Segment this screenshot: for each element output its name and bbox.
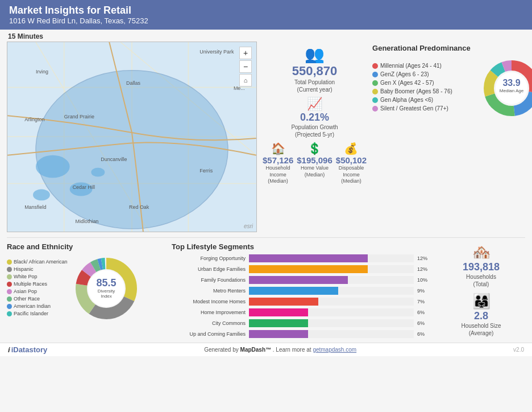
home-value-box: 💲 $195,096 Home Value(Median) xyxy=(297,142,332,185)
household-size-box: 👨‍👩‍👧 2.8 Household Size(Average) xyxy=(437,292,525,337)
generational-legend: Millennial (Ages 24 - 41) GenZ (Ages 6 -… xyxy=(372,63,475,114)
gen-legend-item-3: Baby Boomer (Ages 58 - 76) xyxy=(372,88,475,94)
mapdash-link[interactable]: getmapdash.com xyxy=(313,347,356,353)
svg-point-12 xyxy=(33,189,50,200)
svg-text:Midlothian: Midlothian xyxy=(76,219,99,224)
generational-donut: 33.9 Median Age xyxy=(480,57,532,120)
bar-label-2: Family Foundations xyxy=(172,277,246,283)
gen-donut-svg: 33.9 Median Age xyxy=(480,57,532,120)
generational-panel: Generational Predominance Millennial (Ag… xyxy=(372,42,532,235)
svg-point-13 xyxy=(91,168,105,177)
race-legend-item-6: American Indian xyxy=(7,303,68,309)
bar-row-5: Home Improvement 6% xyxy=(172,308,431,316)
race-legend: Black/ African American Hispanic White P… xyxy=(7,259,68,318)
learn-more-text: . Learn more at xyxy=(273,347,311,353)
svg-text:Mansfield: Mansfield xyxy=(24,204,46,210)
map-container[interactable]: University Park Irving Dallas Me... Arli… xyxy=(7,42,257,232)
version-label: v2.0 xyxy=(513,347,524,353)
generational-title: Generational Predominance xyxy=(372,44,532,52)
population-icon: 👥 xyxy=(305,45,325,64)
drive-time-label: 15 Minutes xyxy=(0,30,532,42)
address: 1016 W Red Bird Ln, Dallas, Texas, 75232 xyxy=(9,17,523,25)
lifestyle-title: Top Lifestyle Segments xyxy=(172,242,431,251)
households-box: 🏘️ 193,818 Households(Total) xyxy=(437,244,525,288)
bar-label-1: Urban Edge Families xyxy=(172,266,246,272)
households-label: Households(Total) xyxy=(466,273,496,288)
race-panel-title: Race and Ethnicity xyxy=(7,242,166,251)
bar-chart: Forging Opportunity 12% Urban Edge Famil… xyxy=(172,254,431,338)
gen-legend-item-2: Gen X (Ages 42 - 57) xyxy=(372,80,475,86)
pop-growth-label: Population Growth(Projected 5-yr) xyxy=(291,123,338,138)
bar-pct-6: 6% xyxy=(417,320,431,326)
race-legend-item-7: Pacific Islander xyxy=(7,311,68,316)
bar-label-7: Up and Coming Families xyxy=(172,331,246,337)
bar-pct-4: 7% xyxy=(417,299,431,304)
disposable-icon: 💰 xyxy=(344,142,358,155)
pop-growth-box: 📈 0.21% Population Growth(Projected 5-yr… xyxy=(263,97,367,138)
total-population-label: Total Population(Current year) xyxy=(294,79,335,93)
household-income-label: Household Income(Median) xyxy=(263,165,293,185)
household-income-box: 🏠 $57,126 Household Income(Median) xyxy=(263,142,293,185)
svg-text:Diversity: Diversity xyxy=(97,289,115,294)
map-controls: + − ⌂ xyxy=(239,47,252,86)
disposable-income-box: 💰 $50,102 Disposable Income(Median) xyxy=(336,142,367,185)
gen-legend-item-1: GenZ (Ages 6 - 23) xyxy=(372,71,475,77)
diversity-donut-svg: 85.5 Diversity Index xyxy=(72,254,140,323)
logo-i-icon: i xyxy=(8,345,10,354)
svg-text:Dallas: Dallas xyxy=(126,80,140,86)
bar-label-6: City Commons xyxy=(172,320,246,326)
home-button[interactable]: ⌂ xyxy=(239,74,252,86)
footer-attribution: Generated by MapDash™ . Learn more at ge… xyxy=(204,347,356,353)
home-value-icon: 💲 xyxy=(307,142,322,155)
total-population-box: 👥 550,870 Total Population(Current year) xyxy=(263,45,367,93)
svg-text:85.5: 85.5 xyxy=(96,277,116,289)
gen-legend-item-4: Gen Alpha (Ages <6) xyxy=(372,97,475,103)
right-stats-panel: 🏘️ 193,818 Households(Total) 👨‍👩‍👧 2.8 H… xyxy=(437,242,525,338)
bar-label-5: Home Improvement xyxy=(172,310,246,315)
svg-text:Grand Prairie: Grand Prairie xyxy=(64,114,94,120)
header: Market Insights for Retail 1016 W Red Bi… xyxy=(0,0,532,30)
household-size-label: Household Size(Average) xyxy=(461,322,501,337)
home-value-value: $195,096 xyxy=(297,155,332,165)
svg-text:Red Oak: Red Oak xyxy=(129,204,149,210)
disposable-income-label: Disposable Income(Median) xyxy=(336,165,367,185)
svg-point-10 xyxy=(36,155,70,178)
race-legend-item-1: Hispanic xyxy=(7,266,68,272)
bar-row-0: Forging Opportunity 12% xyxy=(172,254,431,262)
home-value-label: Home Value(Median) xyxy=(301,165,329,178)
households-icon: 🏘️ xyxy=(472,244,491,261)
race-legend-item-0: Black/ African American xyxy=(7,259,68,265)
gen-legend-item-5: Silent / Greatest Gen (77+) xyxy=(372,105,475,112)
mapdash-name: MapDash™ xyxy=(240,347,271,353)
household-size-icon: 👨‍👩‍👧 xyxy=(472,292,491,310)
svg-text:Median Age: Median Age xyxy=(500,88,524,93)
bar-pct-5: 6% xyxy=(417,310,431,315)
race-legend-item-4: Asian Pop xyxy=(7,289,68,294)
svg-text:University Park: University Park xyxy=(200,49,234,55)
zoom-in-button[interactable]: + xyxy=(239,47,252,59)
page-title: Market Insights for Retail xyxy=(9,5,523,17)
generated-by-text: Generated by xyxy=(204,347,239,353)
svg-text:Ferris: Ferris xyxy=(200,168,213,174)
footer: i iDatastory Generated by MapDash™ . Lea… xyxy=(0,343,532,356)
svg-text:Cedar Hill: Cedar Hill xyxy=(73,184,95,190)
bar-label-0: Forging Opportunity xyxy=(172,256,246,261)
bar-row-7: Up and Coming Families 6% xyxy=(172,330,431,338)
bar-label-4: Modest Income Homes xyxy=(172,299,246,304)
race-panel: Race and Ethnicity Black/ African Americ… xyxy=(7,242,166,338)
bar-row-2: Family Foundations 10% xyxy=(172,276,431,284)
footer-logo: i iDatastory xyxy=(8,345,47,354)
svg-text:Duncanville: Duncanville xyxy=(101,156,127,162)
svg-text:Irving: Irving xyxy=(36,69,48,75)
households-value: 193,818 xyxy=(463,261,500,273)
lifestyle-panel: Top Lifestyle Segments Forging Opportuni… xyxy=(172,242,431,338)
household-icon: 🏠 xyxy=(271,142,285,155)
household-income-value: $57,126 xyxy=(263,155,293,165)
bar-row-1: Urban Edge Families 12% xyxy=(172,265,431,273)
disposable-income-value: $50,102 xyxy=(336,155,367,165)
race-legend-item-3: Multiple Races xyxy=(7,281,68,287)
center-stats: 👥 550,870 Total Population(Current year)… xyxy=(263,42,367,235)
zoom-out-button[interactable]: − xyxy=(239,60,252,73)
bar-pct-0: 12% xyxy=(417,256,431,261)
bar-pct-3: 9% xyxy=(417,288,431,294)
